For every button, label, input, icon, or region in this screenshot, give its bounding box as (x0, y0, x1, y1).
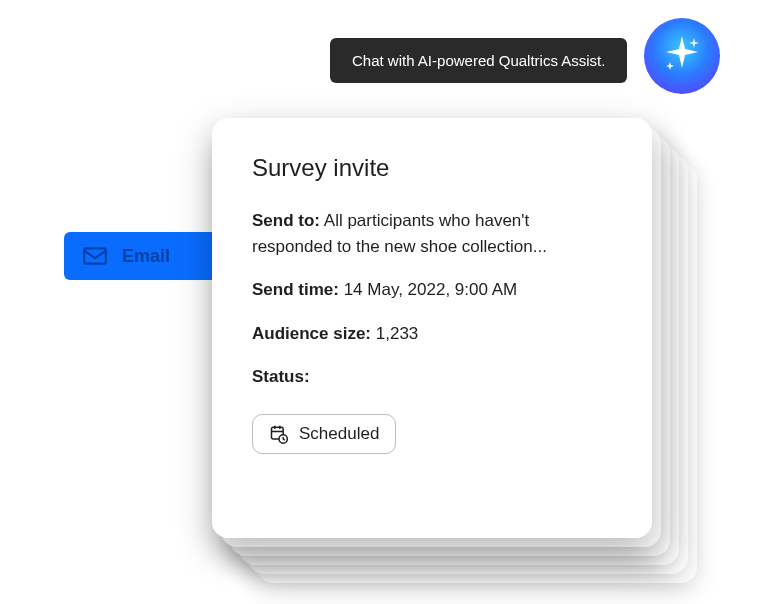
email-icon (82, 243, 108, 269)
assist-tooltip: Chat with AI-powered Qualtrics Assist. (330, 38, 627, 83)
survey-card-stack: Survey invite Send to: All participants … (212, 118, 652, 538)
sparkle-icon (662, 34, 702, 78)
assist-tooltip-text: Chat with AI-powered Qualtrics Assist. (352, 52, 605, 69)
send-to-field: Send to: All participants who haven't re… (252, 208, 612, 259)
send-time-label: Send time: (252, 280, 339, 299)
status-chip-label: Scheduled (299, 424, 379, 444)
svg-line-7 (283, 439, 285, 440)
card-title: Survey invite (252, 154, 612, 182)
email-tab-label: Email (122, 246, 170, 267)
send-to-label: Send to: (252, 211, 320, 230)
status-field: Status: (252, 364, 612, 390)
send-time-field: Send time: 14 May, 2022, 9:00 AM (252, 277, 612, 303)
survey-invite-card[interactable]: Survey invite Send to: All participants … (212, 118, 652, 538)
svg-rect-0 (84, 248, 106, 263)
assist-launch-button[interactable] (644, 18, 720, 94)
send-time-value: 14 May, 2022, 9:00 AM (344, 280, 518, 299)
status-chip[interactable]: Scheduled (252, 414, 396, 454)
audience-size-value: 1,233 (376, 324, 419, 343)
audience-size-label: Audience size: (252, 324, 371, 343)
status-label: Status: (252, 367, 310, 386)
calendar-clock-icon (269, 424, 289, 444)
audience-size-field: Audience size: 1,233 (252, 321, 612, 347)
